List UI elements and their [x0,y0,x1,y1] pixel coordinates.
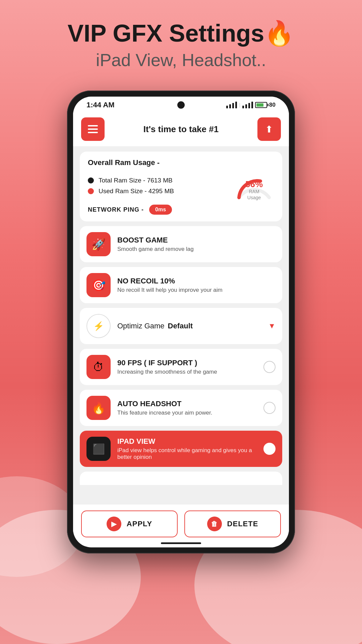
no-recoil-text: NO RECOIL 10% No recoil It will help you… [117,277,276,293]
optimiz-icon-wrap: ⚡ [86,314,111,338]
total-ram-label: Total Ram Size - 7613 MB [99,177,173,184]
optimiz-text: Optimiz Game Default [117,322,261,330]
apply-button[interactable]: ▶ APPLY [81,511,178,537]
lightning-icon: ⚡ [93,321,104,331]
delete-button[interactable]: 🗑 DELETE [184,511,281,537]
optimiz-game-card[interactable]: ⚡ Optimiz Game Default ▼ [80,308,282,344]
ipad-view-card[interactable]: ⬛ iPAD VIEW iPad view helps control whil… [80,431,282,467]
phone-outer-shell: 1:44 AM | [67,91,295,553]
play-icon: ▶ [107,517,121,531]
no-recoil-title: NO RECOIL 10% [117,277,276,285]
total-ram-dot [88,177,94,183]
boost-game-title: BOOST GAME [117,236,276,245]
fps-text: 90 FPS ( if support ) Increasing the smo… [117,359,257,375]
signal-icon [226,102,237,108]
wifi-icon [242,102,253,108]
boost-game-desc: Smooth game and remove lag [117,246,276,253]
optimiz-label: Optimiz Game [117,322,165,330]
home-indicator [161,542,201,544]
header-section: VIP GFX Settings🔥 iPad View, Headshot.. [0,20,362,70]
ipad-icon: ⬛ [93,443,105,455]
app-header: It's time to take #1 ⬆ [73,112,289,146]
headshot-toggle[interactable] [263,402,276,414]
phone-screen: 1:44 AM | [73,97,289,547]
camera-notch [177,101,185,109]
boost-game-icon-wrap: 🚀 [86,232,111,256]
battery-fill [256,103,263,107]
fps-90-card[interactable]: ⏱ 90 FPS ( if support ) Increasing the s… [80,349,282,385]
rocket-icon: 🚀 [92,237,106,251]
auto-headshot-card[interactable]: 🔥 AUTO HEADSHOT This feature increase yo… [80,390,282,426]
network-ping-row: NETWORK PING - 0ms [88,205,274,215]
optimiz-value: Default [168,322,193,330]
used-ram-dot [88,188,94,194]
used-ram-row: Used Ram Size - 4295 MB [88,187,174,195]
fps-desc: Increasing the smoothness of the game [117,369,257,375]
ipad-text: iPAD VIEW iPad view helps control while … [117,437,257,461]
headshot-text: AUTO HEADSHOT This feature increase your… [117,399,257,416]
target-icon: 🎯 [92,278,106,292]
chevron-down-icon: ▼ [268,322,276,330]
delete-label: DELETE [227,520,258,528]
content-area: Overall Ram Usage - Total Ram Size - 761… [73,146,289,540]
battery-percent: 80 [269,102,276,108]
boost-game-card[interactable]: 🚀 BOOST GAME Smooth game and remove lag [80,226,282,262]
gauge-label: RAM Usage [247,189,261,200]
partial-card [80,472,282,485]
signal-separator: | [239,102,240,108]
phone-mockup: 1:44 AM | [67,91,295,553]
ram-usage-card: Overall Ram Usage - Total Ram Size - 761… [80,152,282,221]
ram-title: Overall Ram Usage - [88,158,274,167]
fire-icon: 🔥 [92,401,106,415]
ipad-icon-wrap: ⬛ [86,437,111,461]
bottom-action-bar: ▶ APPLY 🗑 DELETE [73,504,289,547]
header-subtitle: iPad View, Headshot.. [0,50,362,70]
fps-icon-wrap: ⏱ [86,355,111,379]
share-icon: ⬆ [265,124,273,135]
status-time: 1:44 AM [86,101,115,109]
used-ram-label: Used Ram Size - 4295 MB [99,187,174,195]
headshot-title: AUTO HEADSHOT [117,399,257,408]
fps-toggle[interactable] [263,361,276,373]
apply-label: APPLY [127,520,152,528]
no-recoil-card[interactable]: 🎯 NO RECOIL 10% No recoil It will help y… [80,267,282,303]
ipad-desc: iPad view helps control while gaming and… [117,447,257,461]
trash-icon: 🗑 [207,517,222,531]
total-ram-row: Total Ram Size - 7613 MB [88,177,174,184]
ram-details: Total Ram Size - 7613 MB Used Ram Size -… [88,172,274,199]
share-button[interactable]: ⬆ [257,117,281,141]
ipad-toggle[interactable] [263,443,276,455]
header-title: VIP GFX Settings🔥 [0,20,362,47]
ram-info: Total Ram Size - 7613 MB Used Ram Size -… [88,177,174,195]
no-recoil-icon-wrap: 🎯 [86,273,111,297]
headshot-icon-wrap: 🔥 [86,396,111,420]
boost-game-text: BOOST GAME Smooth game and remove lag [117,236,276,253]
timer-icon: ⏱ [93,361,104,374]
gauge-percent: 56% [244,180,264,189]
fps-title: 90 FPS ( if support ) [117,359,257,367]
battery-icon [255,102,267,108]
ping-label: NETWORK PING - [88,206,144,213]
hamburger-icon [88,125,98,133]
no-recoil-desc: No recoil It will help you improve your … [117,287,276,293]
headshot-desc: This feature increase your aim power. [117,410,257,416]
ram-gauge: 56% RAM Usage [234,172,274,199]
menu-button[interactable] [81,117,105,141]
ping-value: 0ms [149,205,172,215]
status-icons: | 80 [226,102,276,108]
app-title: It's time to take #1 [143,124,219,135]
ipad-title: iPAD VIEW [117,437,257,446]
gauge-text: 56% RAM Usage [244,180,264,201]
